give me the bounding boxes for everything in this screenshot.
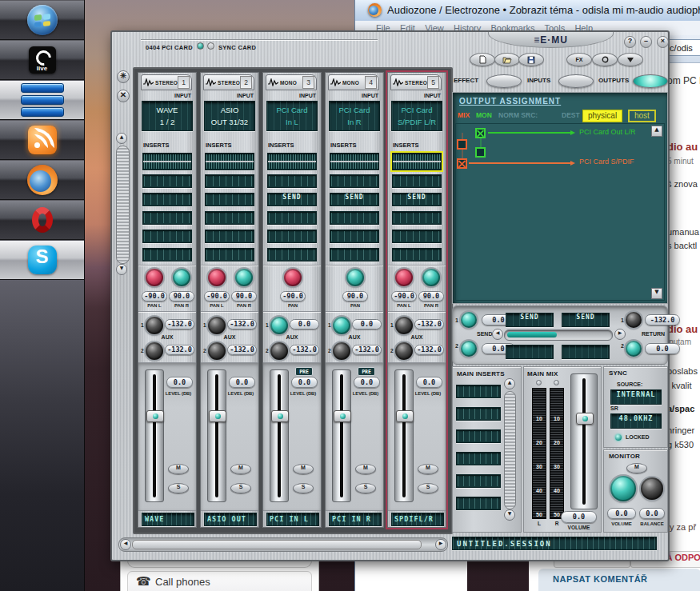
sample-rate-display[interactable]: 48.0KHZ [610,413,662,429]
solo-button[interactable]: S [355,483,376,493]
strip-tab[interactable]: MONO 3 [266,74,317,90]
insert-slot[interactable] [142,230,192,243]
dest-host-button[interactable]: host [628,110,656,122]
delete-strip-button[interactable]: ✕ [117,90,130,102]
scribble-strip[interactable]: PCI IN R [329,513,382,526]
insert-slot[interactable]: SEND [267,193,317,206]
scribble-strip[interactable]: PCI IN L [266,513,319,526]
pci-card-radio[interactable] [197,42,204,50]
input-source-display[interactable]: WAVE 1 / 2 [142,101,193,131]
mute-button[interactable]: M [418,464,438,474]
insert-slot[interactable] [142,248,192,262]
save-session-button[interactable] [518,53,544,66]
insert-slot[interactable] [267,174,317,188]
pan-knob-1[interactable] [284,269,302,286]
fader-track[interactable] [270,369,289,502]
aux1-send-knob[interactable] [461,312,477,328]
aux-balance-slider[interactable] [504,329,613,341]
solo-button[interactable]: S [293,483,314,493]
aux-send-knob-2[interactable] [208,342,226,360]
aux-send-knob-1[interactable] [270,317,288,334]
strip-tab[interactable]: MONO 4 [328,74,379,90]
solo-button[interactable]: S [168,483,189,493]
insert-slot[interactable] [142,174,192,188]
scroll-left-button[interactable]: ◀ [120,539,131,550]
main-insert-slot[interactable] [456,474,501,488]
pan-knob-2[interactable] [235,269,253,286]
aux-next-button[interactable]: ▶ [614,329,626,340]
scroll-down-button[interactable]: ▼ [116,264,127,275]
route-label-out-lr[interactable]: PCI Card Out L/R [579,128,636,136]
main-insert-slot[interactable] [456,407,501,421]
close-button[interactable]: × [657,36,669,48]
monitor-volume-knob[interactable] [610,476,636,501]
io-button[interactable] [592,53,618,66]
main-insert-slot[interactable] [456,497,501,510]
input-source-display[interactable]: PCI Card S/PDIF L/R [391,101,442,131]
dock-item-rss[interactable] [0,120,84,160]
monitor-mute-button[interactable]: M [626,463,647,473]
mix-route-checkbox-unchecked[interactable] [457,139,467,150]
aux-send-knob-1[interactable] [395,317,413,334]
aux2-effect-slot[interactable]: SEND [562,313,610,327]
scrollbar-thumb[interactable] [132,540,422,549]
dock-item-windows[interactable] [0,0,84,40]
fader-track[interactable] [207,369,226,502]
pan-knob-1[interactable] [346,269,364,286]
aux-empty-slot[interactable] [506,345,554,359]
new-strip-button[interactable]: ✳ [117,70,130,83]
insert-slot[interactable] [205,193,254,206]
scroll-up-button[interactable]: ▲ [116,133,127,144]
mon-route-checkbox-unchecked[interactable] [475,147,486,158]
insert-slot[interactable] [392,174,442,188]
fader-handle[interactable] [209,410,226,422]
aux-send-knob-1[interactable] [333,317,350,334]
return1-knob[interactable] [626,312,642,328]
pan-knob-2[interactable] [173,269,190,286]
insert-slot[interactable]: SEND [330,193,379,206]
return2-knob[interactable] [626,341,642,357]
mon-route-checkbox-checked[interactable] [475,128,486,138]
pan-knob-1[interactable] [146,269,163,286]
sync-card-radio[interactable] [207,42,214,50]
insert-slot[interactable]: SEND [392,193,442,206]
strips-h-scrollbar[interactable]: ◀ ▶ [118,537,448,552]
insert-slot[interactable] [267,230,317,243]
dock-item-stack[interactable] [0,80,84,120]
aux-send-knob-1[interactable] [146,317,163,334]
insert-slot[interactable] [205,248,254,262]
new-session-button[interactable] [470,53,495,66]
inputs-view-button[interactable] [558,74,594,88]
insert-slot[interactable] [205,174,254,188]
minimize-button[interactable]: – [640,36,652,48]
insert-slot[interactable] [330,230,379,243]
insert-slot[interactable] [267,248,317,262]
aux-send-knob-2[interactable] [395,342,413,360]
pre-badge[interactable]: PRE [358,367,375,376]
pre-badge[interactable]: PRE [295,367,313,376]
routing-scroll-down[interactable]: ▼ [651,288,662,299]
scribble-strip[interactable]: ASIO OUT [204,513,257,526]
pan-knob-2[interactable] [422,269,440,286]
aux-send-knob-1[interactable] [208,317,226,334]
solo-button[interactable]: S [230,483,251,493]
aux2-send-knob[interactable] [461,341,477,357]
mute-button[interactable]: M [293,464,314,474]
aux-send-knob-2[interactable] [146,342,163,360]
insert-slot[interactable] [392,248,442,262]
strip-scrollbar[interactable] [116,146,130,264]
fader-handle[interactable] [271,410,289,422]
strip-tab[interactable]: STEREO 1 [141,74,192,90]
pan-knob-1[interactable] [208,269,226,286]
fader-track[interactable] [145,369,164,502]
inserts-scroll-up[interactable]: ▲ [504,378,515,389]
insert-slot[interactable] [330,174,379,188]
fader-handle[interactable] [146,410,164,422]
mute-button[interactable]: M [355,464,376,474]
insert-slot[interactable] [392,211,442,225]
main-fader-track[interactable] [570,373,598,509]
monitor-balance-knob[interactable] [641,477,663,500]
input-source-display[interactable]: ASIO OUT 31/32 [204,101,255,131]
main-insert-slot[interactable] [456,385,501,398]
effect-view-button[interactable] [486,74,522,88]
